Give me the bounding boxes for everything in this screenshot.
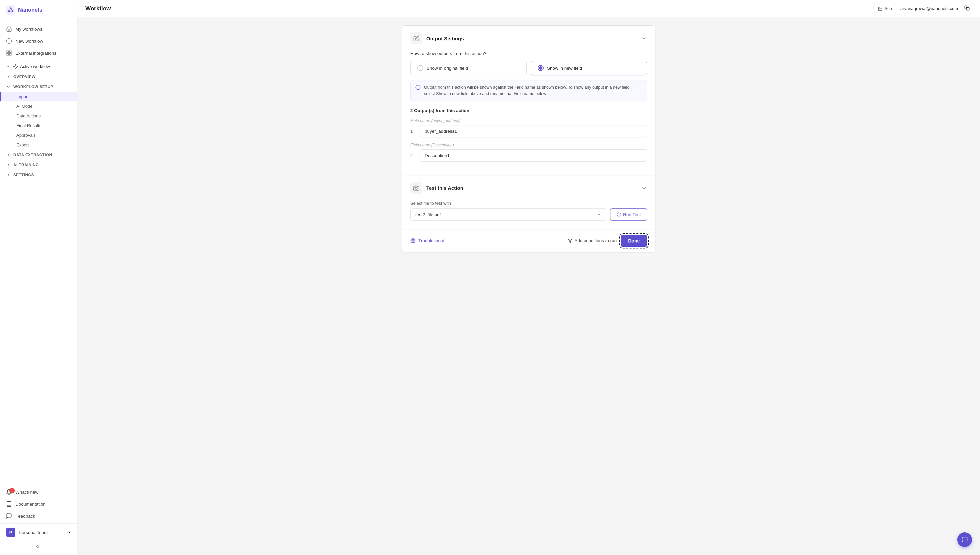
- test-action-title: Test this Action: [426, 185, 637, 191]
- workflow-icon: [13, 64, 18, 69]
- svg-rect-0: [6, 5, 15, 14]
- chevron-right-icon: [6, 74, 11, 79]
- field-label-2: Field name (Description): [410, 143, 647, 148]
- collapse-sidebar-button[interactable]: [0, 541, 77, 552]
- output-settings-section: Output Settings How to show outputs from…: [402, 26, 655, 175]
- sidebar-item-active-workflow[interactable]: Active workflow: [0, 61, 77, 72]
- sidebar-item-approvals[interactable]: Approvals: [0, 130, 77, 140]
- page-title: Workflow: [85, 5, 111, 12]
- output-settings-icon: [410, 32, 422, 44]
- output-settings-chevron: [641, 35, 647, 41]
- footer-right: Add conditions to run Done: [568, 235, 647, 247]
- grid-icon: [6, 50, 12, 56]
- active-workflow-section: Active workflow OVERVIEW WORKFLOW SETUP …: [0, 59, 77, 182]
- content-area: Output Settings How to show outputs from…: [77, 18, 980, 555]
- book-icon: [6, 501, 12, 507]
- section-data-extraction[interactable]: DATA EXTRACTION: [0, 150, 77, 160]
- globe-icon: [410, 238, 415, 244]
- copy-button[interactable]: [962, 3, 972, 14]
- info-icon: [415, 85, 420, 90]
- svg-rect-19: [966, 7, 969, 10]
- output-settings-header[interactable]: Output Settings: [402, 26, 655, 51]
- test-action-icon: [410, 182, 422, 194]
- radio-options: Show in original field Show in new field: [410, 61, 647, 75]
- calendar-icon: [878, 6, 882, 11]
- output-question: How to show outputs from this action?: [410, 51, 647, 56]
- radio-label-new: Show in new field: [547, 66, 582, 71]
- test-action-section: Test this Action Select file to test wit…: [402, 175, 655, 229]
- chevron-up-icon: [66, 530, 71, 535]
- sidebar-item-import[interactable]: Import: [0, 92, 77, 101]
- field-input-2[interactable]: [420, 149, 647, 162]
- field-number-2: 2: [410, 153, 415, 158]
- test-action-body: Select file to test with test2_file.pdf …: [402, 201, 655, 229]
- field-row-inner-2: 2: [410, 149, 647, 162]
- done-button[interactable]: Done: [621, 235, 647, 247]
- output-settings-body: How to show outputs from this action? Sh…: [402, 51, 655, 175]
- message-icon: [6, 513, 12, 519]
- svg-rect-15: [878, 7, 882, 10]
- header: Workflow Sch aryanagrawal@nanonets.com: [77, 0, 980, 18]
- sidebar-nav: My workflows New workflow External integ…: [0, 20, 77, 483]
- radio-circle-original: [417, 65, 423, 71]
- header-right: Sch aryanagrawal@nanonets.com: [874, 3, 972, 14]
- section-settings[interactable]: SETTINGS: [0, 170, 77, 180]
- workflow-panel: Output Settings How to show outputs from…: [402, 25, 656, 252]
- troubleshoot-button[interactable]: Troubleshoot: [410, 238, 444, 244]
- radio-option-new[interactable]: Show in new field: [531, 61, 647, 75]
- whats-new-badge: 1: [10, 488, 15, 493]
- sidebar-item-export[interactable]: Export: [0, 140, 77, 150]
- sidebar-item-new-workflow[interactable]: New workflow: [0, 35, 77, 47]
- field-row-inner-1: 1: [410, 125, 647, 137]
- radio-label-original: Show in original field: [427, 66, 468, 71]
- run-test-button[interactable]: Run Test: [610, 209, 647, 221]
- svg-rect-10: [7, 51, 8, 52]
- copy-icon: [964, 5, 970, 11]
- file-select[interactable]: test2_file.pdf: [410, 209, 606, 221]
- chevron-right-icon-4: [6, 172, 11, 177]
- schedule-button[interactable]: Sch: [874, 4, 896, 13]
- field-number-1: 1: [410, 129, 415, 134]
- test-action-header[interactable]: Test this Action: [402, 175, 655, 201]
- user-email: aryanagrawal@nanonets.com: [900, 6, 958, 11]
- home-icon: [6, 26, 12, 32]
- camera-icon: [413, 185, 419, 191]
- field-label-1: Field name (buyer_address): [410, 119, 647, 123]
- filter-icon: [568, 239, 573, 243]
- svg-rect-11: [10, 51, 11, 52]
- svg-rect-13: [10, 54, 11, 55]
- field-input-1[interactable]: [420, 125, 647, 137]
- section-overview[interactable]: OVERVIEW: [0, 72, 77, 82]
- chat-icon: [961, 536, 968, 543]
- sidebar-item-external-integrations[interactable]: External integrations: [0, 47, 77, 59]
- svg-point-14: [15, 66, 16, 67]
- sidebar-logo[interactable]: Nanonets: [0, 0, 77, 20]
- section-workflow-setup[interactable]: WORKFLOW SETUP: [0, 82, 77, 92]
- panel-footer: Troubleshoot Add conditions to run Done: [402, 229, 655, 252]
- sidebar-item-documentation[interactable]: Documentation: [0, 498, 77, 510]
- add-conditions-button[interactable]: Add conditions to run: [568, 238, 617, 243]
- plus-circle-icon: [6, 38, 12, 44]
- sidebar-item-final-results[interactable]: Final Results: [0, 121, 77, 130]
- sidebar-item-ai-model[interactable]: AI Model: [0, 101, 77, 111]
- workflow-setup-items: Import AI Model Data Actions Final Resul…: [0, 92, 77, 150]
- svg-rect-12: [7, 54, 8, 55]
- sidebar-item-feedback[interactable]: Feedback: [0, 510, 77, 522]
- radio-circle-new: [538, 65, 544, 71]
- select-row: test2_file.pdf Run Test: [410, 209, 647, 221]
- personal-team[interactable]: P Personal team: [0, 523, 77, 541]
- sidebar-item-my-workflows[interactable]: My workflows: [0, 23, 77, 35]
- chevron-right-icon-2: [6, 152, 11, 157]
- sidebar-item-data-actions[interactable]: Data Actions: [0, 111, 77, 121]
- sidebar-item-whats-new[interactable]: 1 What's new: [0, 486, 77, 498]
- chat-bubble-button[interactable]: [957, 532, 972, 547]
- section-ai-training[interactable]: AI TRAINING: [0, 160, 77, 170]
- test-action-chevron: [641, 185, 647, 191]
- field-row-2: Field name (Description) 2: [410, 143, 647, 162]
- info-box: Output from this action will be shown ag…: [410, 80, 647, 101]
- edit-icon: [413, 35, 419, 41]
- collapse-icon: [36, 544, 42, 550]
- outputs-title: 2 Output(s) from this action: [410, 108, 647, 113]
- select-label: Select file to test with: [410, 201, 647, 206]
- radio-option-original[interactable]: Show in original field: [410, 61, 527, 75]
